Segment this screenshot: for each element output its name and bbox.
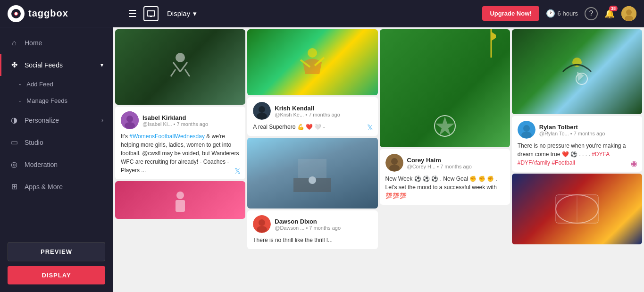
dawson-username: Dawson Dixon	[275, 218, 372, 225]
moderation-icon: ◎	[9, 160, 19, 169]
manage-feeds-label: Manage Feeds	[26, 97, 67, 104]
isabel-card-text: It's #WomensFootballWednesday & we're he…	[121, 132, 240, 175]
clock-icon: 🕐	[546, 9, 555, 18]
svg-point-35	[389, 165, 400, 171]
svg-point-1	[15, 12, 17, 15]
card-avatar-krish	[253, 102, 271, 120]
studio-icon: ▭	[9, 138, 19, 147]
avatar[interactable]	[621, 6, 636, 21]
card-user-row-corey: Corey Haim @Corey H... • 7 months ago	[385, 154, 504, 172]
sidebar-item-studio[interactable]: ▭ Studio	[0, 131, 113, 153]
rylan-handle-time: @Rylan To... • 7 months ago	[539, 131, 636, 136]
feed-card-stadium-image	[512, 174, 642, 244]
social-feeds-icon: ✤	[9, 60, 19, 69]
svg-rect-16	[176, 200, 185, 212]
svg-point-5	[626, 9, 632, 15]
home-icon: ⌂	[9, 39, 19, 47]
help-button[interactable]: ?	[585, 7, 598, 20]
feed-column-4: Rylan Tolbert @Rylan To... • 7 months ag…	[512, 29, 642, 290]
feed-card-rylan: Rylan Tolbert @Rylan To... • 7 months ag…	[512, 116, 642, 172]
logo-text: taggbox	[28, 8, 68, 19]
sidebar-item-home[interactable]: ⌂ Home	[0, 32, 113, 54]
svg-marker-30	[435, 117, 454, 135]
card-user-row-dawson: Dawson Dixon @Dawson ... • 7 months ago	[253, 215, 372, 233]
sidebar-social-feeds-label: Social Feeds	[25, 61, 63, 69]
feed-card-goalkeeper2-image	[512, 29, 642, 114]
sidebar-studio-label: Studio	[25, 139, 43, 146]
sidebar-personalize-label: Personalize	[25, 117, 59, 124]
display-icon	[143, 6, 159, 21]
svg-rect-24	[298, 159, 326, 178]
feed-card-krish-body: Krish Kendall @Krish Ke... • 7 months ag…	[247, 97, 377, 136]
content-area: Isabel Kirkland @Isabel Ki... • 7 months…	[113, 27, 644, 292]
goalkeeper2-image	[512, 29, 642, 114]
svg-point-22	[257, 113, 267, 119]
sidebar-home-label: Home	[25, 39, 42, 47]
display-button[interactable]: Display ▾	[163, 8, 201, 20]
main-layout: ⌂ Home ✤ Social Feeds ▾ - Add Feed - Man…	[0, 27, 644, 292]
social-feeds-arrow: ▾	[100, 62, 103, 68]
sidebar-item-moderation[interactable]: ◎ Moderation	[0, 153, 113, 175]
dawson-handle-time: @Dawson ... • 7 months ago	[275, 225, 372, 231]
feed-card-street-image	[247, 138, 377, 209]
svg-point-41	[521, 132, 532, 138]
feed-card-dawson: Dawson Dixon @Dawson ... • 7 months ago …	[247, 210, 377, 249]
svg-point-28	[257, 226, 267, 233]
stadium-image	[512, 174, 642, 244]
nav-controls: ☰ Display ▾	[126, 6, 477, 21]
svg-point-34	[391, 158, 398, 165]
feed-card-soccer-girls-image	[115, 29, 245, 105]
feed-column-2: Krish Kendall @Krish Ke... • 7 months ag…	[247, 29, 377, 290]
card-avatar-rylan	[518, 121, 535, 139]
svg-point-21	[259, 106, 265, 113]
notifications-button[interactable]: 🔔 38	[604, 8, 615, 19]
krish-card-text: A real Superhero 💪 ❤️ 🤍 -	[253, 123, 372, 131]
krish-username: Krish Kendall	[275, 105, 372, 112]
personalize-arrow: ›	[101, 117, 103, 124]
feed-card-corey-body: Corey Haim @Corey H... • 7 months ago Ne…	[380, 149, 510, 205]
sidebar-add-feed[interactable]: - Add Feed	[19, 76, 113, 92]
hamburger-button[interactable]: ☰	[126, 6, 139, 21]
personalize-icon: ◑	[9, 116, 19, 125]
notifications-badge: 38	[609, 6, 618, 11]
sidebar-manage-feeds[interactable]: - Manage Feeds	[19, 92, 113, 109]
card-avatar-corey	[385, 154, 403, 172]
upgrade-button[interactable]: Upgrade Now!	[482, 6, 539, 21]
feed-card-corey: Corey Haim @Corey H... • 7 months ago Ne…	[380, 149, 510, 205]
field-image	[380, 29, 510, 147]
sidebar-item-personalize[interactable]: ◑ Personalize ›	[0, 109, 113, 131]
feed-card-field-image	[380, 29, 510, 147]
isabel-username: Isabel Kirkland	[142, 114, 240, 121]
sidebar-apps-label: Apps & More	[25, 183, 63, 191]
logo-area: taggbox	[8, 5, 121, 22]
sidebar-item-social-feeds[interactable]: ✤ Social Feeds ▾	[0, 54, 113, 76]
corey-handle-time: @Corey H... • 7 months ago	[407, 164, 504, 169]
logo-icon	[8, 5, 25, 22]
hours-button[interactable]: 🕐 6 hours	[546, 9, 578, 18]
apps-icon: ⊞	[9, 182, 19, 191]
card-avatar-dawson	[253, 215, 271, 233]
sidebar-buttons: PREVIEW DISPLAY	[0, 234, 113, 292]
twitter-icon-isabel: 𝕏	[234, 167, 241, 175]
sidebar-submenu: - Add Feed - Manage Feeds	[0, 76, 113, 109]
instagram-icon-rylan: ◉	[631, 159, 637, 168]
svg-rect-3	[150, 16, 152, 17]
krish-handle-time: @Krish Ke... • 7 months ago	[275, 112, 372, 117]
svg-point-14	[125, 122, 135, 129]
card-user-row-isabel: Isabel Kirkland @Isabel Ki... • 7 months…	[121, 111, 240, 129]
svg-point-6	[625, 16, 633, 21]
sidebar-item-apps-more[interactable]: ⊞ Apps & More	[0, 175, 113, 198]
sidebar-moderation-label: Moderation	[25, 161, 58, 168]
preview-button[interactable]: PREVIEW	[8, 242, 105, 261]
feed-card-pink	[115, 181, 245, 219]
soccer-girls-image	[115, 29, 245, 105]
card-user-row-krish: Krish Kendall @Krish Ke... • 7 months ag…	[253, 102, 372, 120]
pink-image	[115, 181, 245, 219]
svg-rect-2	[147, 11, 155, 16]
display-cta-button[interactable]: DISPLAY	[8, 266, 105, 284]
dawson-card-text: There is no thrill like the thrill f...	[253, 236, 372, 244]
feed-card-isabel: Isabel Kirkland @Isabel Ki... • 7 months…	[115, 107, 245, 179]
nav-right: Upgrade Now! 🕐 6 hours ? 🔔 38	[482, 6, 636, 21]
corey-card-text: New Week ⚽ ⚽ ⚽ . New Goal ✊ ✊ ✊ . Let's …	[385, 175, 504, 200]
twitter-icon-krish: 𝕏	[367, 123, 373, 132]
